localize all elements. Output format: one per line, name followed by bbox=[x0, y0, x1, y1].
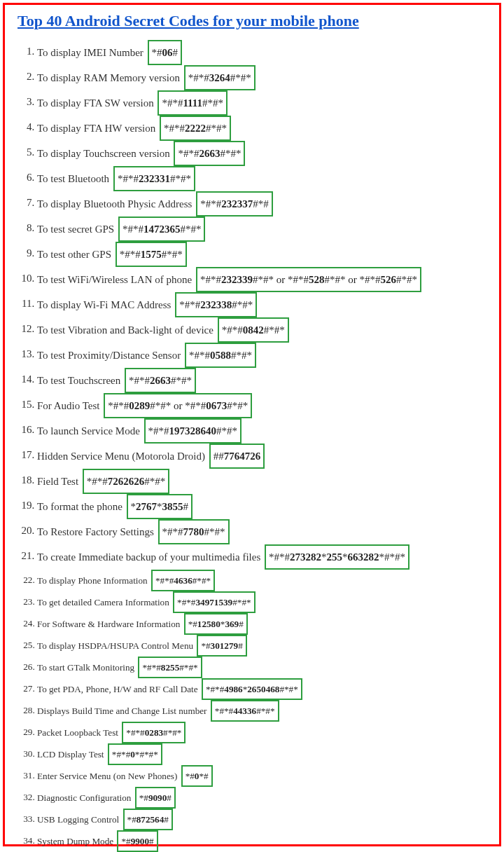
list-item: To test Proximity/Distance Sensor *#*#05… bbox=[37, 343, 493, 368]
item-description: To display IMEI Number bbox=[37, 47, 146, 58]
secret-code: *#*#7262626#*#* bbox=[83, 469, 170, 494]
secret-code: *#*#2222#*#* bbox=[160, 116, 231, 141]
secret-code: *#*#1575#*#* bbox=[115, 242, 187, 267]
item-description: Diagnostic Configuration bbox=[37, 792, 134, 803]
secret-code: *#*#0283#*#* bbox=[122, 722, 186, 743]
list-item: To Restore Factory Settings *#*#7780#*#* bbox=[37, 519, 493, 544]
list-item: Displays Build Time and Change List numb… bbox=[37, 700, 493, 722]
list-item: To display Bluetooth Physic Address *#*#… bbox=[37, 191, 493, 217]
item-description: For Software & Hardware Information bbox=[37, 619, 183, 629]
document-frame: Top 40 Android Secret Codes for your mob… bbox=[3, 3, 501, 846]
secret-code: *#*#1111#*#* bbox=[158, 90, 227, 116]
item-description: To display Bluetooth Physic Address bbox=[37, 198, 195, 209]
list-item: To test other GPS *#*#1575#*#* bbox=[37, 242, 493, 267]
secret-code: *#*#34971539#*#* bbox=[173, 591, 255, 613]
list-item: Enter Service Menu (on New Phones) *#0*# bbox=[37, 765, 493, 787]
item-description: To get detailed Camera Information bbox=[37, 597, 172, 607]
list-item: To test Vibration and Back-light of devi… bbox=[37, 317, 493, 343]
secret-code: *#*#4636#*#* bbox=[151, 570, 215, 591]
list-item: To display Phone Information *#*#4636#*#… bbox=[37, 570, 493, 591]
secret-code: *#*#232331#*#* bbox=[113, 166, 195, 191]
secret-code: *#*#2663#*#* bbox=[125, 368, 196, 393]
item-description: To display RAM Memory version bbox=[37, 72, 183, 83]
list-item: To test WiFi/Wireless LAN of phone *#*#2… bbox=[37, 267, 493, 292]
list-item: LCD Display Test *#*#0*#*#* bbox=[37, 743, 493, 765]
item-description: To display FTA HW version bbox=[37, 123, 158, 134]
list-item: To test Bluetooth *#*#232331#*#* bbox=[37, 166, 493, 191]
item-description: To test Proximity/Distance Sensor bbox=[37, 350, 183, 361]
item-description: To launch Service Mode bbox=[37, 425, 143, 437]
secret-code: *#*#8255#*#* bbox=[138, 657, 202, 678]
item-description: Hidden Service Menu (Motorola Droid) bbox=[37, 451, 208, 462]
list-item: To display HSDPA/HSUPA Control Menu *#30… bbox=[37, 635, 493, 657]
secret-code: *2767*3855# bbox=[127, 494, 193, 519]
item-description: To test WiFi/Wireless LAN of phone bbox=[37, 274, 195, 285]
list-item: Field Test *#*#7262626#*#* bbox=[37, 469, 493, 494]
item-description: To display FTA SW version bbox=[37, 97, 156, 109]
secret-code: *#*#232339#*#* or *#*#528#*#* or *#*#526… bbox=[196, 267, 421, 292]
secret-code: *#*#2663#*#* bbox=[174, 141, 245, 166]
item-description: USB Logging Control bbox=[37, 814, 122, 825]
secret-code: *#872564# bbox=[123, 809, 173, 830]
secret-code: *#9900# bbox=[117, 830, 158, 852]
item-description: Packet Loopback Test bbox=[37, 727, 120, 738]
secret-code: *#*#7780#*#* bbox=[158, 519, 230, 544]
secret-code: *#9090# bbox=[135, 787, 176, 809]
list-item: To launch Service Mode *#*#197328640#*#* bbox=[37, 418, 493, 444]
secret-code: *#06# bbox=[148, 40, 183, 65]
item-description: LCD Display Test bbox=[37, 749, 106, 760]
list-item: To test secret GPS *#*#1472365#*#* bbox=[37, 217, 493, 242]
secret-code: *#0*# bbox=[181, 765, 213, 787]
secret-code: *#*#0289#*#* or *#*#0673#*#* bbox=[104, 393, 252, 418]
item-description: To get PDA, Phone, H/W and RF Call Date bbox=[37, 684, 200, 694]
list-item: To display RAM Memory version *#*#3264#*… bbox=[37, 65, 493, 90]
item-description: To format the phone bbox=[37, 501, 125, 512]
list-item: To format the phone *2767*3855# bbox=[37, 494, 493, 519]
secret-code: *#*#232337#*# bbox=[196, 191, 273, 217]
list-item: For Audio Test *#*#0289#*#* or *#*#0673#… bbox=[37, 393, 493, 418]
item-description: For Audio Test bbox=[37, 400, 102, 411]
list-item: To get detailed Camera Information *#*#3… bbox=[37, 591, 493, 613]
secret-code: *#*#3264#*#* bbox=[184, 65, 255, 90]
item-description: To start GTalk Monitoring bbox=[37, 662, 136, 673]
list-item: To start GTalk Monitoring *#*#8255#*#* bbox=[37, 657, 493, 678]
list-item: Hidden Service Menu (Motorola Droid) ##7… bbox=[37, 444, 493, 469]
list-item: To get PDA, Phone, H/W and RF Call Date … bbox=[37, 678, 493, 700]
page-title[interactable]: Top 40 Android Secret Codes for your mob… bbox=[18, 12, 493, 30]
list-item: USB Logging Control *#872564# bbox=[37, 809, 493, 830]
secret-code: *#*#0842#*#* bbox=[218, 317, 289, 343]
list-item: To display IMEI Number *#06# bbox=[37, 40, 493, 65]
secret-code: *#301279# bbox=[197, 635, 246, 657]
codes-list: To display IMEI Number *#06#To display R… bbox=[37, 40, 493, 852]
item-description: To test Touchscreen bbox=[37, 375, 123, 386]
secret-code: *#*#232338#*#* bbox=[175, 292, 257, 317]
list-item: To test Touchscreen *#*#2663#*#* bbox=[37, 368, 493, 393]
item-description: To display Wi-Fi MAC Address bbox=[37, 299, 174, 310]
item-description: To test Vibration and Back-light of devi… bbox=[37, 324, 216, 336]
item-description: To test other GPS bbox=[37, 249, 114, 260]
secret-code: *#*#1472365#*#* bbox=[118, 217, 206, 242]
secret-code: *#*#44336#*#* bbox=[211, 700, 279, 722]
item-description: Field Test bbox=[37, 476, 81, 487]
secret-code: *#*#197328640#*#* bbox=[144, 418, 242, 444]
item-description: System Dump Mode bbox=[37, 836, 115, 846]
secret-code: *#*#0588#*#* bbox=[185, 343, 256, 368]
item-description: To test secret GPS bbox=[37, 224, 117, 235]
item-description: To Restore Factory Settings bbox=[37, 526, 157, 537]
secret-code: ##7764726 bbox=[209, 444, 265, 469]
list-item: For Software & Hardware Information *#12… bbox=[37, 613, 493, 635]
item-description: Enter Service Menu (on New Phones) bbox=[37, 771, 180, 781]
item-description: To display Touchscreen version bbox=[37, 148, 172, 159]
item-description: Displays Build Time and Change List numb… bbox=[37, 706, 209, 716]
secret-code: *#*#0*#*#* bbox=[108, 743, 162, 765]
list-item: To display FTA HW version *#*#2222#*#* bbox=[37, 116, 493, 141]
list-item: Diagnostic Configuration *#9090# bbox=[37, 787, 493, 809]
list-item: Packet Loopback Test *#*#0283#*#* bbox=[37, 722, 493, 743]
item-description: To create Immediate backup of your multi… bbox=[37, 551, 263, 563]
secret-code: *#*#4986*2650468#*#* bbox=[202, 678, 302, 700]
list-item: To display FTA SW version *#*#1111#*#* bbox=[37, 90, 493, 116]
list-item: System Dump Mode *#9900# bbox=[37, 830, 493, 852]
list-item: To display Touchscreen version *#*#2663#… bbox=[37, 141, 493, 166]
item-description: To test Bluetooth bbox=[37, 173, 112, 184]
list-item: To display Wi-Fi MAC Address *#*#232338#… bbox=[37, 292, 493, 317]
